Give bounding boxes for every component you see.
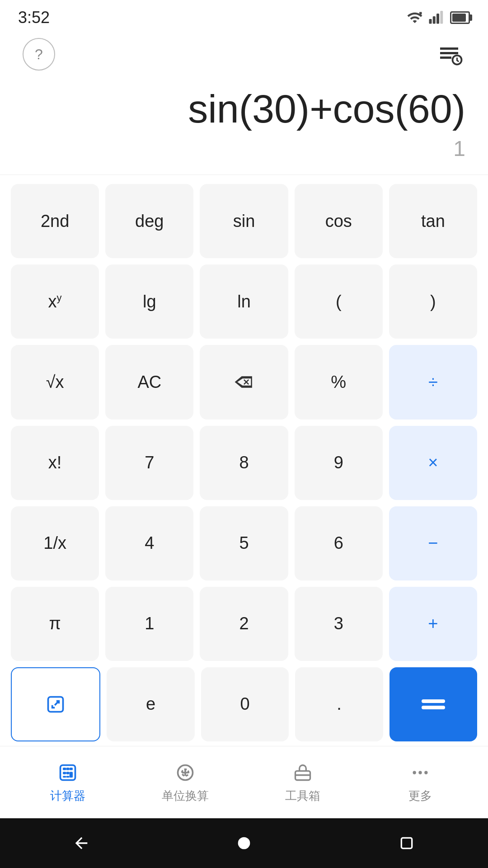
key-add[interactable]: + <box>389 587 477 661</box>
key-row-2: √xAC %÷ <box>11 345 477 419</box>
svg-rect-20 <box>66 776 69 778</box>
help-button[interactable]: ? <box>23 38 55 71</box>
key-xpow[interactable]: xy <box>11 264 99 339</box>
nav-unit[interactable]: 单位换算 <box>158 761 212 804</box>
key-expand[interactable] <box>11 667 100 741</box>
nav-toolbox[interactable]: 工具箱 <box>276 761 330 804</box>
key-multiply[interactable]: × <box>389 426 477 500</box>
key-sin[interactable]: sin <box>200 184 288 258</box>
key-0-label: 0 <box>240 694 249 714</box>
key-8-label: 8 <box>239 453 249 472</box>
key-1[interactable]: 1 <box>105 587 193 661</box>
key-e-label: e <box>146 694 155 714</box>
svg-rect-10 <box>422 699 445 703</box>
key-tan[interactable]: tan <box>389 184 477 258</box>
back-button[interactable] <box>68 830 95 857</box>
key-dot-label: . <box>337 694 342 714</box>
key-ac-label: AC <box>137 373 161 392</box>
key-7[interactable]: 7 <box>105 426 193 500</box>
key-2nd[interactable]: 2nd <box>11 184 99 258</box>
key-cos-label: cos <box>325 212 352 231</box>
key-close-paren-label: ) <box>430 292 436 311</box>
expression-area: sin(30)+cos(60) 1 <box>0 77 488 165</box>
key-subtract-label: − <box>428 533 438 553</box>
key-6-label: 6 <box>334 533 343 553</box>
status-time: 3:52 <box>18 8 50 27</box>
key-0[interactable]: 0 <box>201 667 289 741</box>
bottom-nav: 计算器单位换算工具箱更多 <box>0 746 488 818</box>
key-dot[interactable]: . <box>295 667 383 741</box>
key-row-4: 1/x456− <box>11 506 477 580</box>
nav-more-icon <box>408 761 432 784</box>
nav-toolbox-icon <box>291 761 314 784</box>
key-3[interactable]: 3 <box>295 587 383 661</box>
svg-rect-13 <box>63 768 66 770</box>
status-icons <box>407 9 470 26</box>
nav-toolbox-label: 工具箱 <box>285 788 320 804</box>
key-4[interactable]: 4 <box>105 506 193 580</box>
nav-unit-icon <box>174 761 197 784</box>
svg-rect-14 <box>70 768 73 770</box>
key-4-label: 4 <box>145 533 154 553</box>
home-button[interactable] <box>230 830 258 857</box>
key-ln[interactable]: ln <box>200 264 288 339</box>
key-2nd-label: 2nd <box>41 212 69 231</box>
nav-calculator[interactable]: 计算器 <box>41 761 95 804</box>
home-icon <box>235 834 253 852</box>
key-3-label: 3 <box>334 614 343 633</box>
nav-calculator-icon <box>56 761 80 784</box>
key-divide-label: ÷ <box>428 373 438 392</box>
key-row-6: e0. <box>11 667 477 741</box>
key-e[interactable]: e <box>107 667 194 741</box>
svg-point-24 <box>413 771 416 774</box>
key-close-paren[interactable]: ) <box>389 264 477 339</box>
key-2[interactable]: 2 <box>200 587 288 661</box>
key-deg-label: deg <box>135 212 164 231</box>
recents-icon <box>398 834 416 852</box>
key-factorial[interactable]: x! <box>11 426 99 500</box>
svg-rect-18 <box>70 772 73 778</box>
toolbar: ? <box>0 32 488 77</box>
back-icon <box>72 834 90 852</box>
key-6[interactable]: 6 <box>295 506 383 580</box>
status-bar: 3:52 <box>0 0 488 32</box>
svg-rect-16 <box>63 772 66 774</box>
result-display: 1 <box>453 136 465 161</box>
key-open-paren[interactable]: ( <box>295 264 383 339</box>
key-reciprocal-label: 1/x <box>43 533 66 553</box>
key-8[interactable]: 8 <box>200 426 288 500</box>
key-row-0: 2nddegsincostan <box>11 184 477 258</box>
key-pi[interactable]: π <box>11 587 99 661</box>
key-5[interactable]: 5 <box>200 506 288 580</box>
key-reciprocal[interactable]: 1/x <box>11 506 99 580</box>
svg-point-26 <box>424 771 427 774</box>
key-percent-label: % <box>331 373 346 392</box>
key-percent[interactable]: % <box>295 345 383 419</box>
key-ac[interactable]: AC <box>105 345 193 419</box>
key-equals[interactable] <box>389 667 477 741</box>
key-open-paren-label: ( <box>336 292 342 311</box>
key-add-label: + <box>428 614 438 633</box>
key-backspace[interactable] <box>200 345 288 419</box>
signal-icon <box>428 9 445 26</box>
key-row-1: xylgln() <box>11 264 477 339</box>
key-deg[interactable]: deg <box>105 184 193 258</box>
sqrt-label: √x <box>46 373 64 392</box>
key-cos[interactable]: cos <box>295 184 383 258</box>
keypad: 2nddegsincostanxylgln()√xAC %÷x!789×1/x4… <box>0 175 488 746</box>
nav-more[interactable]: 更多 <box>393 761 447 804</box>
key-7-label: 7 <box>145 453 154 472</box>
expand-icon <box>46 694 66 714</box>
svg-rect-11 <box>422 706 445 709</box>
key-divide[interactable]: ÷ <box>389 345 477 419</box>
key-9[interactable]: 9 <box>295 426 383 500</box>
key-lg[interactable]: lg <box>105 264 193 339</box>
svg-rect-19 <box>63 776 66 778</box>
key-pi-label: π <box>49 614 61 633</box>
history-button[interactable] <box>433 38 465 71</box>
expression-display: sin(30)+cos(60) <box>188 86 465 132</box>
key-multiply-label: × <box>428 453 438 472</box>
recents-button[interactable] <box>393 830 420 857</box>
key-subtract[interactable]: − <box>389 506 477 580</box>
key-sqrt[interactable]: √x <box>11 345 99 419</box>
